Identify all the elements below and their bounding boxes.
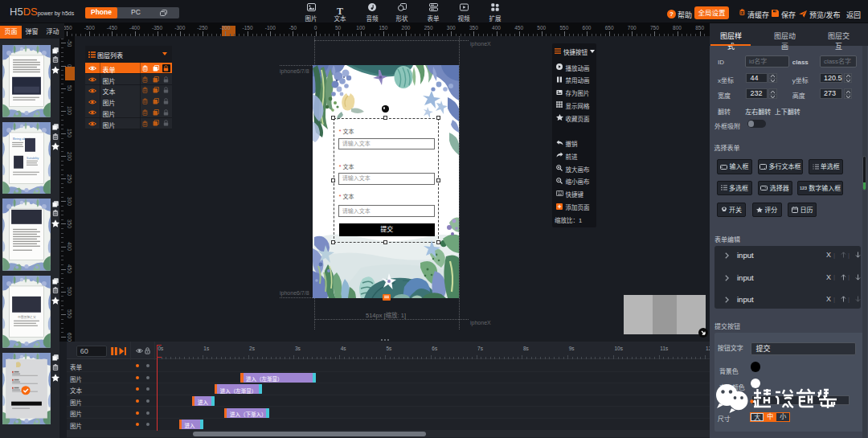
svg-text:123: 123 xyxy=(800,186,807,190)
svg-text:Suitability: Suitability xyxy=(27,156,39,159)
svg-text:中国氢弹之父: 中国氢弹之父 xyxy=(18,315,36,319)
